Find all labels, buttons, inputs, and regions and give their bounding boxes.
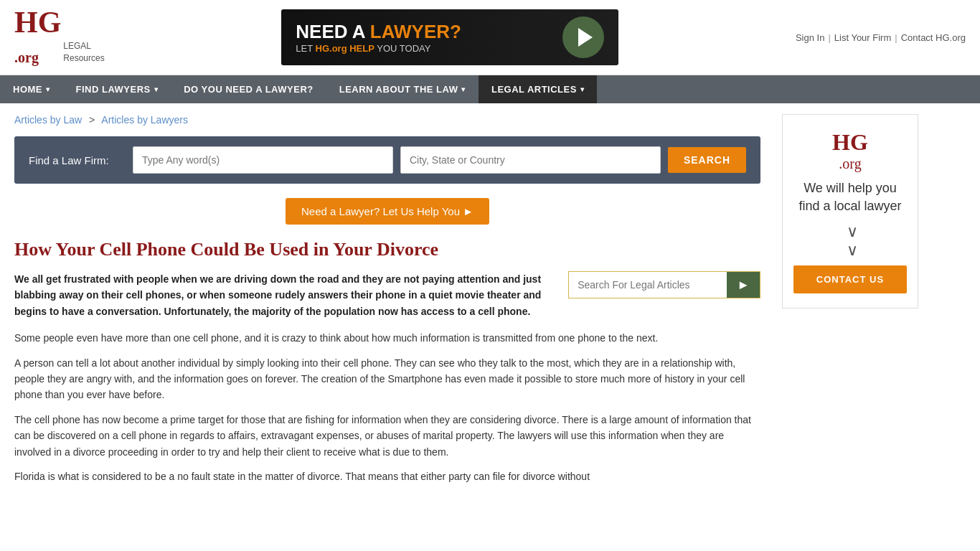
sidebar-tagline: We will help you find a local lawyer [793,179,907,215]
nav-home-label: HOME [13,84,42,95]
legal-articles-chevron-icon: ▾ [580,85,585,93]
legal-articles-search-box: ► [568,271,760,298]
article-paragraph-2: A person can tell a lot about another in… [14,355,760,403]
nav-item-legal-articles[interactable]: LEGAL ARTICLES ▾ [479,75,597,103]
legal-search-button[interactable]: ► [727,272,760,298]
ad-play-button[interactable] [562,17,604,58]
article-paragraph-3: The cell phone has now become a prime ta… [14,412,760,460]
ad-hg-highlight: HG.org [316,43,347,54]
legal-search-arrow-icon: ► [737,278,750,293]
header-nav-links: Sign In | List Your Firm | Contact HG.or… [796,32,966,43]
nav-item-learn-law[interactable]: LEARN ABOUT THE LAW ▾ [326,75,479,103]
need-lawyer-button[interactable]: Need a Lawyer? Let Us Help You ► [286,198,489,225]
logo-hg-text: HG .org [14,7,61,67]
nav-learn-law-label: LEARN ABOUT THE LAW [339,84,458,95]
article-title: How Your Cell Phone Could Be Used in You… [14,239,760,260]
search-bar-label: Find a Law Firm: [29,154,126,166]
main-layout: Articles by Law > Articles by Lawyers Fi… [0,103,980,504]
legal-search-input[interactable] [569,272,727,298]
logo: HG .org LEGALResources [14,7,105,67]
nav-item-find-lawyers[interactable]: FIND LAWYERS ▾ [63,75,171,103]
breadcrumb-articles-by-lawyers[interactable]: Articles by Lawyers [101,114,188,126]
search-button[interactable]: SEARCH [668,147,746,173]
sidebar: HG .org We will help you find a local la… [775,103,925,504]
nav-do-you-need-label: DO YOU NEED A LAWYER? [184,84,313,95]
ad-subline: LET HG.org HELP YOU TODAY [296,43,461,54]
article-body: ► We all get frustrated with people when… [14,271,760,493]
breadcrumb-articles-by-law[interactable]: Articles by Law [14,114,82,126]
sidebar-card: HG .org We will help you find a local la… [782,114,918,309]
navbar: HOME ▾ FIND LAWYERS ▾ DO YOU NEED A LAWY… [0,75,980,103]
search-keywords-input[interactable] [133,146,393,174]
article-paragraph-1: Some people even have more than one cell… [14,330,760,346]
ad-text: NEED A LAWYER? LET HG.org HELP YOU TODAY [296,21,461,54]
article-paragraph-4: Florida is what is considered to be a no… [14,468,760,484]
sidebar-contact-button[interactable]: CONTACT US [793,265,907,293]
search-location-input[interactable] [400,146,661,174]
play-icon [578,28,593,47]
nav-legal-articles-label: LEGAL ARTICLES [491,84,577,95]
breadcrumb: Articles by Law > Articles by Lawyers [14,114,760,126]
sign-in-link[interactable]: Sign In [796,32,824,43]
list-firm-link[interactable]: List Your Firm [834,32,891,43]
header: HG .org LEGALResources NEED A LAWYER? LE… [0,0,980,75]
article-container: How Your Cell Phone Could Be Used in You… [14,239,760,493]
learn-law-chevron-icon: ▾ [461,85,466,93]
sidebar-logo: HG .org [793,129,907,172]
ad-headline: NEED A LAWYER? [296,21,461,43]
nav-find-lawyers-label: FIND LAWYERS [76,84,151,95]
logo-legal-text: LEGALResources [63,40,104,67]
content-area: Articles by Law > Articles by Lawyers Fi… [0,103,775,504]
nav-item-do-you-need[interactable]: DO YOU NEED A LAWYER? [171,75,326,103]
ad-lawyer-word: LAWYER? [370,21,461,42]
header-ad-banner: NEED A LAWYER? LET HG.org HELP YOU TODAY [281,9,618,65]
breadcrumb-separator: > [89,114,95,126]
firm-search-bar: Find a Law Firm: SEARCH [14,136,760,184]
sidebar-logo-dot-org: .org [839,156,861,171]
find-lawyers-chevron-icon: ▾ [154,85,159,93]
ad-help-highlight: HELP [349,43,374,54]
sidebar-chevrons-icon: ∨∨ [793,222,907,260]
contact-link[interactable]: Contact HG.org [901,32,966,43]
nav-sep-1: | [828,32,830,43]
sidebar-logo-hg: HG [832,129,868,155]
nav-item-home[interactable]: HOME ▾ [0,75,63,103]
home-chevron-icon: ▾ [46,85,50,93]
nav-sep-2: | [895,32,897,43]
